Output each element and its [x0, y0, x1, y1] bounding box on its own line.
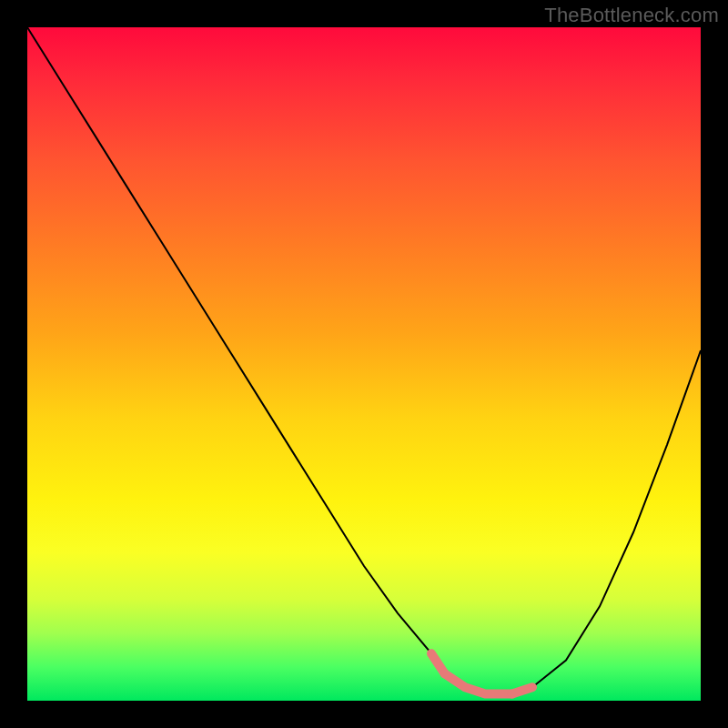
watermark-text: TheBottleneck.com	[544, 4, 719, 27]
chart-frame: TheBottleneck.com	[0, 0, 728, 728]
highlight-right-icon	[512, 687, 532, 693]
highlight-flat-icon	[445, 673, 512, 693]
plot-area	[27, 27, 701, 701]
curve-svg	[27, 27, 701, 701]
bottleneck-curve	[27, 27, 701, 694]
